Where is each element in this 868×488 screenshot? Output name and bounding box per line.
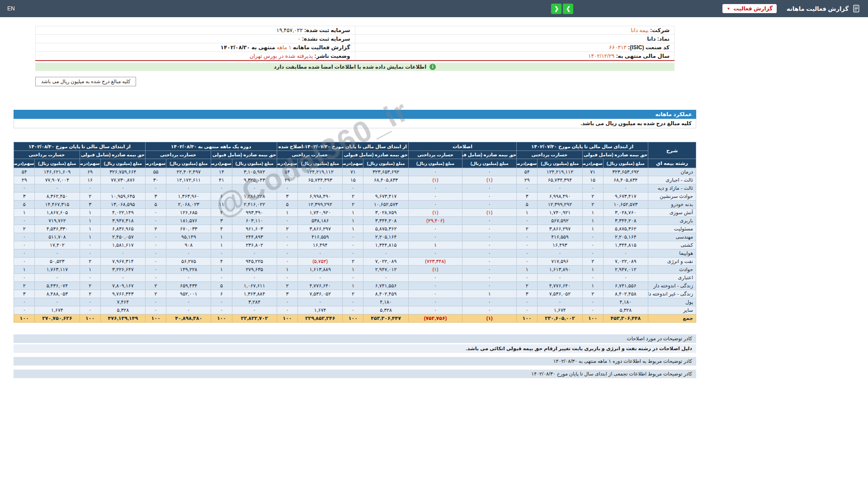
cell: ۰ <box>538 184 582 192</box>
cell: ۰ <box>343 298 363 306</box>
cell: ۱۷,۴۰۲ <box>35 241 80 249</box>
cell: ۰ <box>462 184 517 192</box>
cell: ۶,۷۴۱,۵۵۶ <box>363 282 408 290</box>
claims-header: خسارت پرداختی <box>408 151 462 159</box>
cell: ۱۰۰ <box>80 314 100 323</box>
cell: ۰ <box>211 249 232 258</box>
cell: ۶۷۰,۰۳۳ <box>166 225 211 233</box>
cell: ۲۹ <box>277 176 297 184</box>
cell: ۵,۸۷۵,۳۶۲ <box>363 225 408 233</box>
cell: ۸,۴۸۸,۰۵۳ <box>35 290 80 298</box>
isic-value: ۶۶۰۳۱۳ <box>609 44 627 51</box>
prev-report-button[interactable]: ❮ <box>551 4 561 14</box>
cell: ۳۲۳,۶۵۳,۶۹۲ <box>603 168 648 176</box>
cell: ۰ <box>462 241 517 249</box>
cell: ۹۵۲,۰۰۱ <box>166 290 211 298</box>
cell: ۰ <box>80 298 100 306</box>
claims-header: خسارت پرداختی <box>145 151 211 159</box>
cell: ۴ <box>211 209 232 217</box>
report-navigation: ❯ ❮ <box>551 4 573 14</box>
info-icon: i <box>429 64 436 70</box>
cell: ۴ <box>211 258 232 266</box>
cell: ۰ <box>582 184 603 192</box>
company-value[interactable]: بیمه دانا <box>631 27 648 33</box>
cell: ۰ <box>298 184 343 192</box>
cell: ۰ <box>462 306 517 314</box>
cell: ۷۱۹,۷۶۲ <box>35 217 80 225</box>
cell: ۲۲,۸۳۲,۷۰۲ <box>232 314 277 323</box>
info-fiscal-year: سال مالی منتهی به: ۱۴۰۲/۱۲/۲۹ <box>355 52 675 61</box>
cell: ۰ <box>603 249 648 258</box>
row-label: پول <box>648 298 696 306</box>
cell: ۵۱۱,۷۰۸ <box>35 233 80 241</box>
cell: ۱۲۴,۲۱۹,۱۱۲ <box>298 168 343 176</box>
cell: ۱۲,۱۷۲,۶۱۱ <box>166 176 211 184</box>
cell: ۰ <box>462 233 517 241</box>
cell: ۹۹۳,۳۹۰ <box>232 209 277 217</box>
cell: ۱,۶۷۴ <box>298 306 343 314</box>
cell: ۲ <box>517 282 538 290</box>
cell: ۷,۹۶۷,۳۱۴ <box>100 258 145 266</box>
cell: ۲,۰۶۸,۰۲۳ <box>166 201 211 209</box>
cell: ۰ <box>343 306 363 314</box>
row-label: حوادث <box>648 266 696 274</box>
section-title: عملکرد ماهانه <box>14 110 696 119</box>
cell: ۰ <box>517 258 538 266</box>
cell: ۱ <box>80 217 100 225</box>
language-toggle[interactable]: EN <box>7 5 15 12</box>
cell: ۰ <box>145 274 166 282</box>
cell: ۹,۳۲۵,۰۴۳ <box>232 176 277 184</box>
next-report-button[interactable]: ❯ <box>563 4 573 14</box>
cell: ۱,۷۴۰,۹۲۰ <box>298 209 343 217</box>
cell: ۰ <box>582 298 603 306</box>
cell: ۱ <box>80 225 100 233</box>
cell: ۲۳۰,۶۰۵,۰۰۲ <box>538 314 582 323</box>
row-label: زندگی - اندوخته دار <box>648 282 696 290</box>
cell: ۱۴۹,۲۲۸ <box>166 266 211 274</box>
amount-header: مبلغ (میلیون ریال) <box>298 159 343 168</box>
cell: ۲ <box>277 225 297 233</box>
premium-header: حق بیمه صادره (شامل قبولی اتکایی) <box>462 151 517 159</box>
cell: ۰ <box>35 184 80 192</box>
cell: ۰ <box>100 249 145 258</box>
cell: ۰ <box>145 209 166 217</box>
group-header-2: از ابتدای سال مالی تا پایان مورخ ۱۴۰۲/۰۷… <box>277 142 408 151</box>
cell: ۰ <box>408 282 462 290</box>
report-type-dropdown[interactable]: گزارش فعالیت ▼ <box>722 4 777 13</box>
page-content: شرکت: بیمه دانا سرمایه ثبت شده: ۱۹,۴۵۷,۰… <box>14 26 696 398</box>
cell: ۳ <box>80 201 100 209</box>
signature-match-bar: i اطلاعات نمایش داده شده با اطلاعات امضا… <box>35 63 675 71</box>
cell: ۳ <box>277 192 297 201</box>
symbol-value[interactable]: دانا <box>647 36 656 42</box>
info-unregistered-capital: سرمایه ثبت نشده: ۰ <box>36 35 355 43</box>
cell: ۷۷,۷۳۰,۸۷۶ <box>100 176 145 184</box>
cell: ۵,۴۳۶,۰۷۴ <box>35 282 80 290</box>
cell: ۴۱ <box>211 176 232 184</box>
cell: ۰ <box>277 184 297 192</box>
cell: ۱۴۶,۶۲۱,۶۰۹ <box>35 168 80 176</box>
row-label: آتش سوزی <box>648 209 696 217</box>
amount-header: مبلغ (میلیون ریال) <box>363 159 408 168</box>
cell: ۱۶,۴۹۴ <box>298 241 343 249</box>
cell: ۰ <box>343 233 363 241</box>
symbol-label: نماد: <box>657 36 670 42</box>
cell: ۰ <box>462 225 517 233</box>
cell: ۲۷۹,۶۳۵ <box>232 266 277 274</box>
cell: ۰ <box>517 274 538 282</box>
cell: ۹۰۸ <box>166 241 211 249</box>
cell: ۰ <box>408 201 462 209</box>
cell: ۰ <box>145 298 166 306</box>
premium-header: حق بیمه صادره (شامل قبولی اتکایی) <box>211 151 277 159</box>
share-header: سهم(درصد) <box>517 159 538 168</box>
cell: ۱۰,۶۵۲,۵۷۳ <box>603 201 648 209</box>
cell: ۲ <box>80 290 100 298</box>
amount-header: مبلغ (میلیون ریال) <box>166 159 211 168</box>
issuer-status-value: پذیرفته شده در بورس تهران <box>250 53 313 59</box>
report-document-icon <box>852 4 861 13</box>
cell: ۶۵,۷۳۴,۳۹۴ <box>538 176 582 184</box>
cell: ۰ <box>298 274 343 282</box>
cell: ۵,۸۷۵,۳۶۲ <box>603 225 648 233</box>
amount-header: مبلغ (میلیون ریال) <box>603 159 648 168</box>
cell: (۲۹,۴۰۶) <box>408 217 462 225</box>
cell: ۴ <box>211 225 232 233</box>
